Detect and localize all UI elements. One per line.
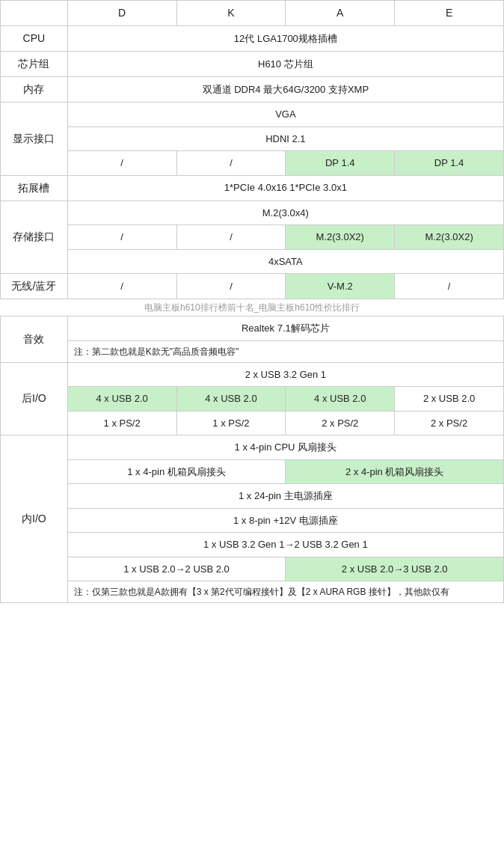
- wireless-d: /: [67, 274, 176, 299]
- internal-io-row4: 1 x 8-pin +12V 电源插座: [1, 508, 504, 533]
- rear-io-usb20-k: 4 x USB 2.0: [176, 387, 286, 412]
- storage-m2-row2: / / M.2(3.0X2) M.2(3.0X2): [1, 225, 504, 250]
- internal-io-row5: 1 x USB 3.2 Gen 1→2 USB 3.2 Gen 1: [1, 533, 504, 557]
- storage-m2-e: M.2(3.0X2): [395, 225, 504, 250]
- internal-io-note: 注：仅第三款也就是A款拥有【3 x 第2代可编程接针】及【2 x AURA RG…: [67, 581, 503, 603]
- wireless-k: /: [176, 274, 286, 299]
- rear-io-usb32-row: 后I/O 2 x USB 3.2 Gen 1: [1, 362, 504, 387]
- rear-io-usb20-e: 2 x USB 2.0: [395, 387, 504, 412]
- rear-io-ps2-d: 1 x PS/2: [67, 411, 176, 435]
- display-dp-d: /: [67, 151, 176, 176]
- internal-io-24pin: 1 x 24-pin 主电源插座: [67, 484, 503, 509]
- storage-m2-a: M.2(3.0X2): [286, 225, 395, 250]
- storage-m2-k: /: [176, 225, 286, 250]
- rear-io-usb32: 2 x USB 3.2 Gen 1: [67, 362, 503, 387]
- spec-table-wrapper: D K A E CPU 12代 LGA1700规格插槽 芯片组 H610 芯片组…: [0, 0, 504, 603]
- internal-io-label: 内I/O: [1, 435, 68, 603]
- internal-io-note-row: 注：仅第三款也就是A款拥有【3 x 第2代可编程接针】及【2 x AURA RG…: [1, 581, 504, 603]
- chipset-label: 芯片组: [1, 52, 68, 77]
- rear-io-label: 后I/O: [1, 362, 68, 435]
- cpu-row: CPU 12代 LGA1700规格插槽: [1, 26, 504, 52]
- rear-io-ps2-a: 2 x PS/2: [286, 411, 395, 435]
- internal-io-cpu-fan: 1 x 4-pin CPU 风扇接头: [67, 435, 503, 460]
- rear-io-usb20-a: 4 x USB 2.0: [286, 387, 395, 412]
- internal-io-usb32: 1 x USB 3.2 Gen 1→2 USB 3.2 Gen 1: [67, 533, 503, 557]
- audio-row2: 注：第二款也就是K款无"高品质音频电容": [1, 340, 504, 362]
- internal-io-usb20-dk: 1 x USB 2.0→2 USB 2.0: [67, 557, 286, 581]
- wireless-label: 无线/蓝牙: [1, 274, 68, 299]
- storage-m2-row: 存储接口 M.2(3.0x4): [1, 201, 504, 225]
- audio-note: 注：第二款也就是K款无"高品质音频电容": [67, 340, 503, 362]
- cpu-label: CPU: [1, 26, 68, 52]
- storage-sata-value: 4xSATA: [67, 249, 503, 274]
- display-dp-row: / / DP 1.4 DP 1.4: [1, 151, 504, 176]
- header-e: E: [395, 1, 504, 26]
- display-label: 显示接口: [1, 103, 68, 176]
- storage-m2-value: M.2(3.0x4): [67, 201, 503, 225]
- header-k: K: [176, 1, 286, 26]
- rear-io-ps2-e: 2 x PS/2: [395, 411, 504, 435]
- expansion-label: 拓展槽: [1, 175, 68, 201]
- internal-io-fan-ae: 2 x 4-pin 机箱风扇接头: [286, 459, 504, 484]
- audio-row1: 音效 Realtek 7.1解码芯片: [1, 316, 504, 341]
- internal-io-row6: 1 x USB 2.0→2 USB 2.0 2 x USB 2.0→3 USB …: [1, 557, 504, 581]
- chipset-row: 芯片组 H610 芯片组: [1, 52, 504, 77]
- cpu-value: 12代 LGA1700规格插槽: [67, 26, 503, 52]
- internal-io-8pin: 1 x 8-pin +12V 电源插座: [67, 508, 503, 533]
- display-vga-row: 显示接口 VGA: [1, 103, 504, 127]
- display-dp-e: DP 1.4: [395, 151, 504, 176]
- watermark-row: 电脑主板h610排行榜前十名_电脑主板h610性价比排行: [1, 299, 504, 316]
- watermark-text: 电脑主板h610排行榜前十名_电脑主板h610性价比排行: [1, 299, 504, 316]
- header-d: D: [67, 1, 176, 26]
- internal-io-row2: 1 x 4-pin 机箱风扇接头 2 x 4-pin 机箱风扇接头: [1, 459, 504, 484]
- display-dp-a: DP 1.4: [286, 151, 395, 176]
- audio-value1: Realtek 7.1解码芯片: [67, 316, 503, 341]
- wireless-e: /: [395, 274, 504, 299]
- storage-m2-d: /: [67, 225, 176, 250]
- display-hdmi-row: HDNI 2.1: [1, 126, 504, 151]
- internal-io-fan-dk: 1 x 4-pin 机箱风扇接头: [67, 459, 286, 484]
- spec-table: D K A E CPU 12代 LGA1700规格插槽 芯片组 H610 芯片组…: [0, 0, 504, 603]
- memory-label: 内存: [1, 77, 68, 103]
- audio-label: 音效: [1, 316, 68, 363]
- internal-io-row3: 1 x 24-pin 主电源插座: [1, 484, 504, 509]
- memory-row: 内存 双通道 DDR4 最大64G/3200 支持XMP: [1, 77, 504, 103]
- wireless-row: 无线/蓝牙 / / V-M.2 /: [1, 274, 504, 299]
- display-hdmi-value: HDNI 2.1: [67, 126, 503, 151]
- rear-io-usb20-d: 4 x USB 2.0: [67, 387, 176, 412]
- storage-sata-row: 4xSATA: [1, 249, 504, 274]
- chipset-value: H610 芯片组: [67, 52, 503, 77]
- memory-value: 双通道 DDR4 最大64G/3200 支持XMP: [67, 77, 503, 103]
- rear-io-usb20-row: 4 x USB 2.0 4 x USB 2.0 4 x USB 2.0 2 x …: [1, 387, 504, 412]
- display-vga-value: VGA: [67, 103, 503, 127]
- internal-io-row1: 内I/O 1 x 4-pin CPU 风扇接头: [1, 435, 504, 460]
- wireless-a: V-M.2: [286, 274, 395, 299]
- header-label: [1, 1, 68, 26]
- display-dp-k: /: [176, 151, 286, 176]
- expansion-row: 拓展槽 1*PCIe 4.0x16 1*PCIe 3.0x1: [1, 175, 504, 201]
- expansion-value: 1*PCIe 4.0x16 1*PCIe 3.0x1: [67, 175, 503, 201]
- internal-io-usb20-ae: 2 x USB 2.0→3 USB 2.0: [286, 557, 504, 581]
- rear-io-ps2-row: 1 x PS/2 1 x PS/2 2 x PS/2 2 x PS/2: [1, 411, 504, 435]
- storage-label: 存储接口: [1, 201, 68, 274]
- header-a: A: [286, 1, 395, 26]
- rear-io-ps2-k: 1 x PS/2: [176, 411, 286, 435]
